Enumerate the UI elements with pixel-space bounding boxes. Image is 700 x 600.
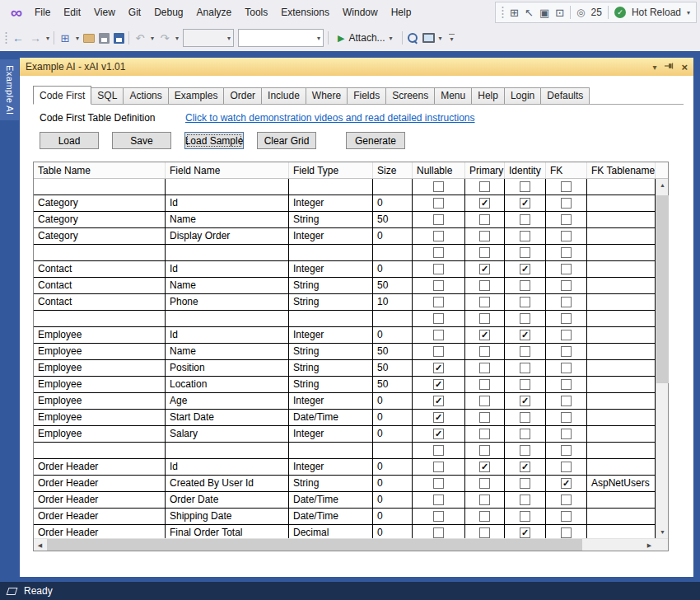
menu-item-analyze[interactable]: Analyze	[190, 2, 239, 22]
window-position-icon[interactable]: ▾	[652, 63, 656, 72]
checkbox-checked[interactable]: ✓	[520, 198, 530, 209]
checkbox-unchecked[interactable]	[479, 231, 490, 241]
grid-cell[interactable]: Order Header	[34, 525, 166, 538]
checkbox-cell[interactable]	[505, 509, 546, 525]
checkbox-cell[interactable]	[505, 426, 546, 443]
grid-cell[interactable]: 0	[373, 476, 413, 492]
layout-adorners-icon[interactable]: ▣	[539, 7, 549, 19]
load-sample-button[interactable]: Load Sample	[184, 132, 244, 149]
column-header[interactable]: FK Tablename	[587, 162, 656, 178]
grid-cell[interactable]	[587, 393, 656, 410]
checkbox-unchecked[interactable]	[520, 363, 530, 373]
checkbox-checked[interactable]: ✓	[433, 396, 444, 406]
grid-cell[interactable]: AspNetUsers	[587, 476, 656, 492]
checkbox-unchecked[interactable]	[561, 462, 572, 472]
grid-cell[interactable]	[587, 509, 656, 525]
track-focus-icon[interactable]: ⊡	[555, 7, 564, 19]
grid-cell[interactable]: 50	[373, 212, 413, 228]
grid-cell[interactable]: Integer	[289, 195, 373, 212]
checkbox-cell[interactable]	[413, 261, 465, 278]
checkbox-unchecked[interactable]	[433, 527, 444, 538]
grid-cell[interactable]: 0	[373, 426, 413, 443]
checkbox-unchecked[interactable]	[479, 247, 490, 258]
checkbox-unchecked[interactable]	[561, 313, 572, 324]
checkbox-cell[interactable]	[546, 492, 587, 509]
grid-cell[interactable]: 0	[373, 393, 413, 410]
generate-button[interactable]: Generate	[346, 132, 405, 149]
tab-fields[interactable]: Fields	[347, 87, 386, 104]
checkbox-cell[interactable]	[465, 525, 505, 538]
grid-cell[interactable]	[289, 443, 373, 459]
grid-cell[interactable]: Contact	[34, 278, 166, 294]
grid-cell[interactable]: Display Order	[166, 228, 289, 245]
checkbox-unchecked[interactable]	[433, 462, 444, 472]
navigate-forward-icon[interactable]: →	[29, 31, 42, 45]
grid-cell[interactable]	[166, 179, 289, 195]
grid-cell[interactable]	[587, 179, 656, 195]
grid-cell[interactable]	[587, 492, 656, 509]
checkbox-cell[interactable]	[465, 410, 505, 426]
checkbox-unchecked[interactable]	[561, 379, 572, 390]
checkbox-unchecked[interactable]	[520, 478, 530, 489]
menu-item-git[interactable]: Git	[122, 2, 147, 22]
grid-cell[interactable]: 0	[373, 492, 413, 509]
load-button[interactable]: Load	[40, 132, 99, 149]
grid-cell[interactable]: Integer	[289, 393, 373, 410]
checkbox-unchecked[interactable]	[520, 181, 530, 192]
horizontal-scroll-thumb[interactable]	[47, 539, 582, 551]
checkbox-unchecked[interactable]	[433, 313, 444, 324]
checkbox-cell[interactable]: ✓	[413, 377, 465, 393]
redo-icon[interactable]: ↷	[158, 32, 171, 45]
checkbox-cell[interactable]	[546, 525, 587, 538]
grid-cell[interactable]	[587, 344, 656, 360]
checkbox-checked[interactable]: ✓	[520, 264, 530, 274]
grid-cell[interactable]	[373, 311, 413, 327]
checkbox-unchecked[interactable]	[561, 181, 572, 192]
chevron-down-icon[interactable]: ▾	[46, 35, 49, 42]
checkbox-cell[interactable]	[465, 377, 505, 393]
grid-cell[interactable]: Category	[34, 195, 166, 212]
checkbox-unchecked[interactable]	[561, 511, 572, 522]
grid-cell[interactable]: 50	[373, 377, 413, 393]
grid-cell[interactable]	[373, 245, 413, 261]
chevron-down-icon[interactable]: ▾	[151, 35, 154, 42]
checkbox-cell[interactable]	[413, 443, 465, 459]
checkbox-unchecked[interactable]	[433, 198, 444, 209]
checkbox-unchecked[interactable]	[479, 478, 490, 489]
checkbox-checked[interactable]: ✓	[520, 527, 530, 538]
combo-box-2[interactable]: ▾	[238, 29, 324, 47]
checkbox-cell[interactable]	[505, 443, 546, 459]
grid-cell[interactable]	[587, 245, 656, 261]
checkbox-unchecked[interactable]	[479, 527, 490, 538]
checkbox-cell[interactable]	[465, 344, 505, 360]
instructions-link[interactable]: Click to watch demonstration videos and …	[185, 112, 475, 124]
checkbox-cell[interactable]: ✓	[465, 261, 505, 278]
grid-cell[interactable]: 50	[373, 360, 413, 377]
checkbox-unchecked[interactable]	[561, 330, 572, 340]
grid-cell[interactable]: Created By User Id	[166, 476, 289, 492]
grid-cell[interactable]: String	[289, 476, 373, 492]
checkbox-cell[interactable]: ✓	[505, 459, 546, 476]
vertical-scrollbar[interactable]: ▲ ▼	[656, 179, 668, 538]
checkbox-cell[interactable]	[465, 509, 505, 525]
checkbox-unchecked[interactable]	[561, 214, 572, 225]
grid-cell[interactable]: Salary	[166, 426, 289, 443]
grid-cell[interactable]: String	[289, 278, 373, 294]
checkbox-cell[interactable]	[413, 311, 465, 327]
checkbox-cell[interactable]	[505, 228, 546, 245]
checkbox-cell[interactable]	[413, 212, 465, 228]
checkbox-checked[interactable]: ✓	[433, 429, 444, 439]
checkbox-cell[interactable]	[465, 426, 505, 443]
checkbox-cell[interactable]	[465, 492, 505, 509]
checkbox-unchecked[interactable]	[561, 495, 572, 505]
checkbox-unchecked[interactable]	[561, 445, 572, 456]
grid-cell[interactable]	[587, 410, 656, 426]
checkbox-unchecked[interactable]	[479, 297, 490, 307]
grid-cell[interactable]: Order Header	[34, 492, 166, 509]
checkbox-unchecked[interactable]	[433, 346, 444, 357]
checkbox-unchecked[interactable]	[520, 214, 530, 225]
checkbox-checked[interactable]: ✓	[520, 462, 530, 472]
checkbox-unchecked[interactable]	[479, 280, 490, 291]
checkbox-cell[interactable]	[546, 344, 587, 360]
grid-cell[interactable]: Position	[166, 360, 289, 377]
